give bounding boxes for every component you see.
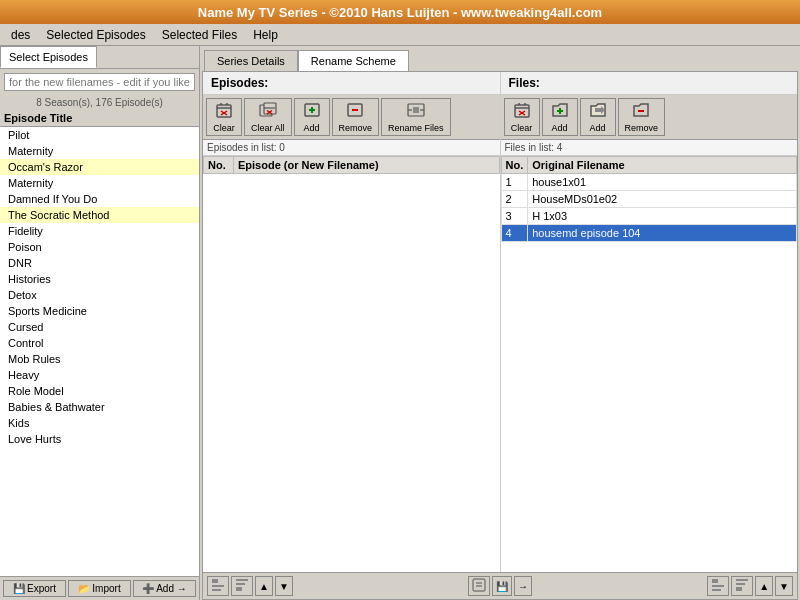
table-row[interactable]: 4housemd episode 104 [501, 225, 797, 242]
list-item[interactable]: Damned If You Do [0, 191, 199, 207]
tab-select-episodes[interactable]: Select Episodes [0, 46, 97, 68]
row-filename: HouseMDs01e02 [528, 191, 797, 208]
list-item[interactable]: Heavy [0, 367, 199, 383]
svg-rect-42 [736, 583, 745, 585]
files-bottom-toolbar: ▲ ▼ [707, 576, 793, 596]
files-table-area: No. Original Filename 1house1x012HouseMD… [501, 156, 798, 572]
episodes-add-button[interactable]: Add [294, 98, 330, 136]
save-btn[interactable]: 💾 [492, 576, 512, 596]
list-item[interactable]: Love Hurts [0, 431, 199, 447]
row-filename: H 1x03 [528, 208, 797, 225]
episodes-section-header: Episodes: [203, 72, 500, 95]
files-add2-button[interactable]: Add [580, 98, 616, 136]
files-remove-icon [632, 101, 650, 123]
files-add1-button[interactable]: Add [542, 98, 578, 136]
import-button[interactable]: 📂 Import [68, 580, 131, 597]
svg-rect-43 [736, 587, 742, 591]
rename-scheme-btn[interactable] [468, 576, 490, 596]
remove-label: Remove [339, 123, 373, 133]
col-episode: Episode (or New Filename) [234, 157, 500, 174]
episodes-down-btn[interactable]: ▼ [275, 576, 293, 596]
row-no: 2 [501, 191, 528, 208]
files-up-btn[interactable]: ▲ [755, 576, 773, 596]
list-item[interactable]: Babies & Bathwater [0, 399, 199, 415]
episodes-list[interactable]: Pilot Maternity Occam's Razor Maternity … [0, 127, 199, 576]
episodes-bottom-toolbar: ▲ ▼ [207, 576, 293, 596]
col-no-files: No. [501, 157, 528, 174]
list-item[interactable]: Detox [0, 287, 199, 303]
svg-rect-34 [236, 587, 242, 591]
list-item[interactable]: The Socratic Method [0, 207, 199, 223]
row-no: 1 [501, 174, 528, 191]
row-no: 3 [501, 208, 528, 225]
col-original-filename: Original Filename [528, 157, 797, 174]
add-icon: ➕ [142, 583, 154, 594]
menu-item-selected-episodes[interactable]: Selected Episodes [39, 25, 152, 45]
row-no: 4 [501, 225, 528, 242]
remove-icon [346, 101, 364, 123]
rename-files-button[interactable]: Rename Files [381, 98, 451, 136]
svg-rect-40 [712, 589, 721, 591]
list-item[interactable]: DNR [0, 255, 199, 271]
files-sort1-btn[interactable] [707, 576, 729, 596]
list-item[interactable]: Mob Rules [0, 351, 199, 367]
files-remove-label: Remove [625, 123, 659, 133]
rename-files-label: Rename Files [388, 123, 444, 133]
search-input[interactable] [4, 73, 195, 91]
clear-label: Clear [213, 123, 235, 133]
svg-rect-35 [473, 579, 485, 591]
menu-item-des[interactable]: des [4, 25, 37, 45]
import-icon: 📂 [78, 583, 90, 594]
list-item[interactable]: Kids [0, 415, 199, 431]
list-item[interactable]: Fidelity [0, 223, 199, 239]
clear-all-icon [259, 101, 277, 123]
list-item[interactable]: Pilot [0, 127, 199, 143]
table-row[interactable]: 3H 1x03 [501, 208, 797, 225]
files-count: Files in list: 4 [501, 140, 798, 156]
episodes-clear-all-button[interactable]: Clear All [244, 98, 292, 136]
list-item[interactable]: Occam's Razor [0, 159, 199, 175]
right-tabs: Series Details Rename Scheme [200, 46, 800, 71]
files-add2-label: Add [589, 123, 605, 133]
menu-item-help[interactable]: Help [246, 25, 285, 45]
clear-icon [215, 101, 233, 123]
svg-rect-30 [212, 585, 224, 587]
export-files-btn[interactable]: → [514, 576, 532, 596]
list-item[interactable]: Sports Medicine [0, 303, 199, 319]
tab-rename-scheme[interactable]: Rename Scheme [298, 50, 409, 71]
list-item[interactable]: Poison [0, 239, 199, 255]
files-down-btn[interactable]: ▼ [775, 576, 793, 596]
episodes-up-btn[interactable]: ▲ [255, 576, 273, 596]
left-panel: Select Episodes 8 Season(s), 176 Episode… [0, 46, 200, 600]
add-episodes-icon [303, 101, 321, 123]
episodes-toolbar: Clear [203, 95, 500, 140]
bottom-toolbar: ▲ ▼ 💾 → [203, 572, 797, 599]
episodes-table: No. Episode (or New Filename) [203, 156, 500, 174]
menu-item-selected-files[interactable]: Selected Files [155, 25, 244, 45]
files-remove-button[interactable]: Remove [618, 98, 666, 136]
episodes-sort2-btn[interactable] [231, 576, 253, 596]
list-item[interactable]: Maternity [0, 175, 199, 191]
app-title: Name My TV Series - ©2010 Hans Luijten -… [198, 5, 602, 20]
list-item[interactable]: Control [0, 335, 199, 351]
files-section: Files: [501, 72, 798, 572]
files-add2-icon [589, 101, 607, 123]
list-item[interactable]: Cursed [0, 319, 199, 335]
files-sort2-btn[interactable] [731, 576, 753, 596]
episode-column-header: Episode Title [0, 110, 199, 127]
episodes-clear-button[interactable]: Clear [206, 98, 242, 136]
col-no: No. [204, 157, 234, 174]
list-item[interactable]: Maternity [0, 143, 199, 159]
files-clear-button[interactable]: Clear [504, 98, 540, 136]
table-row[interactable]: 2HouseMDs01e02 [501, 191, 797, 208]
table-row[interactable]: 1house1x01 [501, 174, 797, 191]
episodes-sort1-btn[interactable] [207, 576, 229, 596]
list-item[interactable]: Histories [0, 271, 199, 287]
title-bar: Name My TV Series - ©2010 Hans Luijten -… [0, 0, 800, 24]
svg-rect-20 [515, 105, 529, 117]
list-item[interactable]: Role Model [0, 383, 199, 399]
add-button[interactable]: ➕ Add → [133, 580, 196, 597]
episodes-remove-button[interactable]: Remove [332, 98, 380, 136]
tab-series-details[interactable]: Series Details [204, 50, 298, 71]
export-button[interactable]: 💾 Export [3, 580, 66, 597]
